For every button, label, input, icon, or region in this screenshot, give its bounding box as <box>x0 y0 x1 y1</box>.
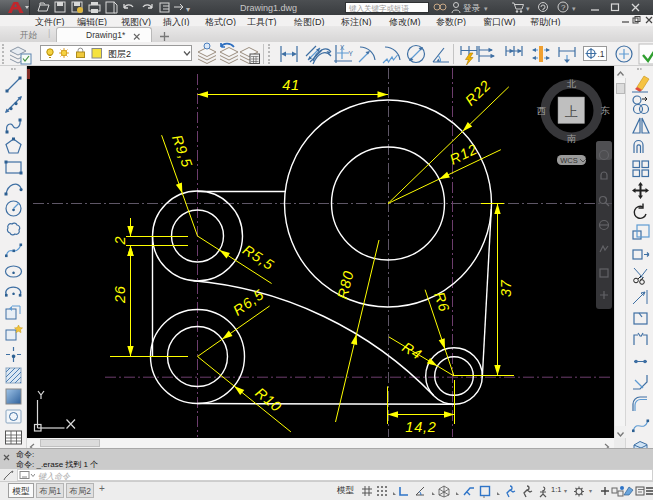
svg-text:R80: R80 <box>334 269 356 301</box>
svg-text:2: 2 <box>112 236 128 246</box>
svg-text:14,2: 14,2 <box>405 419 436 435</box>
svg-text:南: 南 <box>567 133 577 144</box>
svg-text:上: 上 <box>565 104 578 119</box>
svg-text:北: 北 <box>567 78 577 89</box>
svg-text:?: ? <box>561 3 566 12</box>
svg-text:R6: R6 <box>431 290 453 314</box>
svg-text:41: 41 <box>282 77 300 93</box>
svg-text:26: 26 <box>112 285 128 304</box>
svg-text:.1: .1 <box>598 49 605 59</box>
svg-text:R5,5: R5,5 <box>240 241 277 273</box>
svg-text:R4: R4 <box>399 339 425 363</box>
svg-text:37: 37 <box>498 279 514 297</box>
svg-text:R9,5: R9,5 <box>169 133 195 170</box>
svg-text:R6,5: R6,5 <box>230 286 267 319</box>
svg-text:图层2: 图层2 <box>108 49 131 59</box>
svg-text:X: X <box>340 44 345 51</box>
svg-text:R22: R22 <box>462 77 494 109</box>
svg-text:西: 西 <box>537 105 547 116</box>
svg-text:WCS: WCS <box>560 156 578 165</box>
svg-text:R10: R10 <box>252 384 285 415</box>
svg-text:Y: Y <box>349 50 354 57</box>
svg-text:东: 东 <box>600 105 610 116</box>
